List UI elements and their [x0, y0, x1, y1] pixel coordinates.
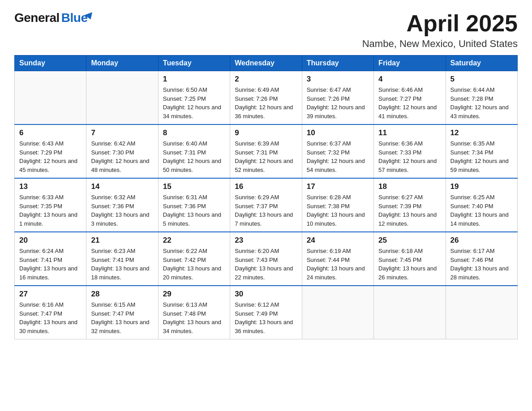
day-number: 6 — [19, 128, 82, 137]
day-number: 9 — [235, 128, 297, 137]
calendar-day-cell — [446, 286, 517, 339]
day-info: Sunrise: 6:44 AMSunset: 7:28 PMDaylight:… — [450, 86, 513, 120]
calendar-title: April 2025 — [362, 11, 518, 36]
day-info: Sunrise: 6:35 AMSunset: 7:34 PMDaylight:… — [450, 139, 513, 174]
logo: General Blue — [14, 11, 87, 25]
day-info: Sunrise: 6:37 AMSunset: 7:32 PMDaylight:… — [307, 139, 369, 174]
calendar-day-cell: 20Sunrise: 6:24 AMSunset: 7:41 PMDayligh… — [15, 232, 86, 286]
day-info: Sunrise: 6:47 AMSunset: 7:26 PMDaylight:… — [307, 86, 369, 120]
calendar-header-row: SundayMondayTuesdayWednesdayThursdayFrid… — [15, 56, 518, 71]
calendar-week-row: 1Sunrise: 6:50 AMSunset: 7:25 PMDaylight… — [15, 71, 518, 125]
calendar-day-cell — [15, 71, 86, 125]
day-number: 29 — [163, 290, 225, 299]
calendar-day-cell: 24Sunrise: 6:19 AMSunset: 7:44 PMDayligh… — [302, 232, 373, 286]
day-info: Sunrise: 6:13 AMSunset: 7:48 PMDaylight:… — [163, 300, 225, 335]
day-info: Sunrise: 6:18 AMSunset: 7:45 PMDaylight:… — [378, 247, 441, 282]
calendar-day-cell: 14Sunrise: 6:32 AMSunset: 7:36 PMDayligh… — [86, 178, 158, 232]
day-info: Sunrise: 6:12 AMSunset: 7:49 PMDaylight:… — [235, 300, 297, 335]
day-number: 10 — [307, 128, 369, 137]
day-number: 26 — [450, 236, 513, 245]
calendar-day-cell: 3Sunrise: 6:47 AMSunset: 7:26 PMDaylight… — [302, 71, 373, 125]
day-info: Sunrise: 6:40 AMSunset: 7:31 PMDaylight:… — [163, 139, 225, 174]
day-number: 25 — [378, 236, 441, 245]
day-number: 15 — [163, 182, 225, 191]
day-info: Sunrise: 6:24 AMSunset: 7:41 PMDaylight:… — [19, 247, 82, 282]
calendar-header-saturday: Saturday — [446, 56, 517, 71]
calendar-day-cell: 29Sunrise: 6:13 AMSunset: 7:48 PMDayligh… — [158, 286, 230, 339]
day-info: Sunrise: 6:46 AMSunset: 7:27 PMDaylight:… — [378, 86, 441, 120]
calendar-day-cell: 27Sunrise: 6:16 AMSunset: 7:47 PMDayligh… — [15, 286, 86, 339]
day-info: Sunrise: 6:25 AMSunset: 7:40 PMDaylight:… — [450, 193, 513, 228]
day-number: 24 — [307, 236, 369, 245]
day-info: Sunrise: 6:20 AMSunset: 7:43 PMDaylight:… — [235, 247, 297, 282]
calendar-header-wednesday: Wednesday — [230, 56, 302, 71]
day-info: Sunrise: 6:15 AMSunset: 7:47 PMDaylight:… — [91, 300, 153, 335]
day-number: 23 — [235, 236, 297, 245]
day-info: Sunrise: 6:23 AMSunset: 7:41 PMDaylight:… — [91, 247, 153, 282]
calendar-day-cell: 1Sunrise: 6:50 AMSunset: 7:25 PMDaylight… — [158, 71, 230, 125]
calendar-subtitle: Nambe, New Mexico, United States — [362, 38, 518, 50]
page-header: General Blue April 2025 Nambe, New Mexic… — [14, 11, 518, 50]
calendar-day-cell: 30Sunrise: 6:12 AMSunset: 7:49 PMDayligh… — [230, 286, 302, 339]
calendar-day-cell: 2Sunrise: 6:49 AMSunset: 7:26 PMDaylight… — [230, 71, 302, 125]
calendar-week-row: 20Sunrise: 6:24 AMSunset: 7:41 PMDayligh… — [15, 232, 518, 286]
calendar-day-cell: 4Sunrise: 6:46 AMSunset: 7:27 PMDaylight… — [374, 71, 446, 125]
logo-general-text: General — [14, 11, 60, 25]
day-number: 19 — [450, 182, 513, 191]
day-number: 12 — [450, 128, 513, 137]
calendar-table: SundayMondayTuesdayWednesdayThursdayFrid… — [14, 55, 518, 339]
day-number: 17 — [307, 182, 369, 191]
calendar-day-cell: 21Sunrise: 6:23 AMSunset: 7:41 PMDayligh… — [86, 232, 158, 286]
calendar-week-row: 27Sunrise: 6:16 AMSunset: 7:47 PMDayligh… — [15, 286, 518, 339]
day-number: 28 — [91, 290, 153, 299]
calendar-day-cell: 12Sunrise: 6:35 AMSunset: 7:34 PMDayligh… — [446, 124, 517, 178]
calendar-day-cell: 11Sunrise: 6:36 AMSunset: 7:33 PMDayligh… — [374, 124, 446, 178]
day-number: 2 — [235, 75, 297, 84]
day-info: Sunrise: 6:17 AMSunset: 7:46 PMDaylight:… — [450, 247, 513, 282]
day-info: Sunrise: 6:43 AMSunset: 7:29 PMDaylight:… — [19, 139, 82, 174]
day-info: Sunrise: 6:27 AMSunset: 7:39 PMDaylight:… — [378, 193, 441, 228]
calendar-day-cell — [86, 71, 158, 125]
calendar-day-cell: 26Sunrise: 6:17 AMSunset: 7:46 PMDayligh… — [446, 232, 517, 286]
day-number: 27 — [19, 290, 82, 299]
day-info: Sunrise: 6:49 AMSunset: 7:26 PMDaylight:… — [235, 86, 297, 120]
day-number: 14 — [91, 182, 153, 191]
calendar-day-cell: 15Sunrise: 6:31 AMSunset: 7:36 PMDayligh… — [158, 178, 230, 232]
calendar-day-cell: 6Sunrise: 6:43 AMSunset: 7:29 PMDaylight… — [15, 124, 86, 178]
day-number: 22 — [163, 236, 225, 245]
day-info: Sunrise: 6:31 AMSunset: 7:36 PMDaylight:… — [163, 193, 225, 228]
calendar-day-cell: 8Sunrise: 6:40 AMSunset: 7:31 PMDaylight… — [158, 124, 230, 178]
calendar-header-friday: Friday — [374, 56, 446, 71]
calendar-header-monday: Monday — [86, 56, 158, 71]
calendar-day-cell: 17Sunrise: 6:28 AMSunset: 7:38 PMDayligh… — [302, 178, 373, 232]
day-info: Sunrise: 6:22 AMSunset: 7:42 PMDaylight:… — [163, 247, 225, 282]
calendar-day-cell: 22Sunrise: 6:22 AMSunset: 7:42 PMDayligh… — [158, 232, 230, 286]
day-number: 13 — [19, 182, 82, 191]
day-number: 8 — [163, 128, 225, 137]
day-number: 1 — [163, 75, 225, 84]
calendar-header-sunday: Sunday — [15, 56, 86, 71]
calendar-week-row: 13Sunrise: 6:33 AMSunset: 7:35 PMDayligh… — [15, 178, 518, 232]
day-info: Sunrise: 6:50 AMSunset: 7:25 PMDaylight:… — [163, 86, 225, 120]
calendar-day-cell: 28Sunrise: 6:15 AMSunset: 7:47 PMDayligh… — [86, 286, 158, 339]
calendar-day-cell: 25Sunrise: 6:18 AMSunset: 7:45 PMDayligh… — [374, 232, 446, 286]
day-number: 21 — [91, 236, 153, 245]
calendar-day-cell: 16Sunrise: 6:29 AMSunset: 7:37 PMDayligh… — [230, 178, 302, 232]
day-number: 5 — [450, 75, 513, 84]
day-info: Sunrise: 6:32 AMSunset: 7:36 PMDaylight:… — [91, 193, 153, 228]
calendar-day-cell: 13Sunrise: 6:33 AMSunset: 7:35 PMDayligh… — [15, 178, 86, 232]
day-number: 4 — [378, 75, 441, 84]
day-info: Sunrise: 6:36 AMSunset: 7:33 PMDaylight:… — [378, 139, 441, 174]
calendar-day-cell — [374, 286, 446, 339]
day-number: 3 — [307, 75, 369, 84]
calendar-day-cell: 9Sunrise: 6:39 AMSunset: 7:31 PMDaylight… — [230, 124, 302, 178]
day-number: 16 — [235, 182, 297, 191]
logo-blue-text: Blue — [61, 11, 88, 25]
calendar-day-cell: 10Sunrise: 6:37 AMSunset: 7:32 PMDayligh… — [302, 124, 373, 178]
day-info: Sunrise: 6:19 AMSunset: 7:44 PMDaylight:… — [307, 247, 369, 282]
day-number: 30 — [235, 290, 297, 299]
calendar-day-cell — [302, 286, 373, 339]
day-number: 20 — [19, 236, 82, 245]
day-info: Sunrise: 6:28 AMSunset: 7:38 PMDaylight:… — [307, 193, 369, 228]
title-block: April 2025 Nambe, New Mexico, United Sta… — [362, 11, 518, 50]
